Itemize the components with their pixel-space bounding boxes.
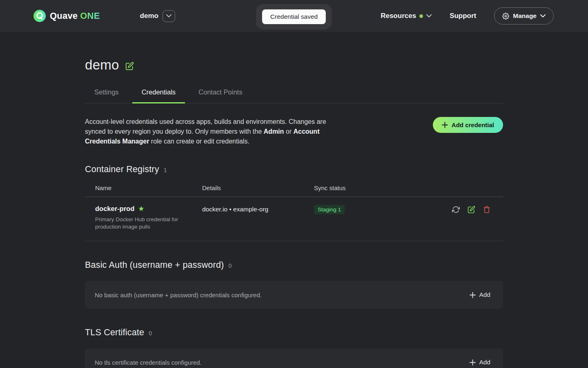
section-title: Basic Auth (username + password) [85,260,224,270]
chevron-down-icon [426,14,432,18]
credential-description: Primary Docker Hub credential for produc… [95,216,191,231]
delete-credential-button[interactable] [483,206,490,231]
primary-star-icon: ★ [138,205,144,212]
manage-label: Manage [513,12,537,20]
tls-certificate-empty-card: No tls certificate credentials configure… [85,348,503,368]
gear-icon [502,13,509,20]
brand-logo[interactable]: Quave ONE [33,10,100,22]
add-label: Add [479,359,490,366]
column-header-name: Name [95,184,202,191]
plus-icon [470,292,476,298]
plus-icon [442,122,448,128]
manage-button[interactable]: Manage [494,7,554,25]
section-container-registry: Container Registry 1 Name Details Sync s… [85,164,503,241]
column-header-details: Details [202,184,314,191]
brand-name: Quave [50,11,78,21]
add-basic-auth-button[interactable]: Add [470,291,490,298]
nav-resources[interactable]: Resources [381,12,432,20]
edit-icon [468,206,475,213]
sync-status-badge: Staging 1 [314,205,345,214]
chevron-down-icon [540,14,546,18]
quave-logo-icon [33,10,46,22]
sync-button[interactable] [452,206,460,231]
section-title: Container Registry [85,164,159,175]
basic-auth-empty-card: No basic auth (username + password) cred… [85,281,503,309]
page-title: demo [85,57,119,73]
refresh-icon [452,206,460,213]
chevron-down-icon [166,14,172,18]
toast-container: Credential saved [256,4,332,29]
section-basic-auth: Basic Auth (username + password) 0 No ba… [85,260,503,309]
empty-state-text: No basic auth (username + password) cred… [95,292,262,298]
credential-details: docker.io • example-org [202,205,314,231]
edit-title-icon[interactable] [125,62,134,70]
empty-state-text: No tls certificate credentials configure… [95,359,202,366]
tab-bar: Settings Credentials Contact Points [85,84,503,103]
top-navbar: Quave ONE demo Credential saved Resource… [0,0,588,32]
tab-credentials[interactable]: Credentials [132,84,185,103]
table-row: docker-prod ★ Primary Docker Hub credent… [85,197,503,241]
add-credential-label: Add credential [452,121,494,128]
tab-contact-points[interactable]: Contact Points [189,84,252,103]
section-title: TLS Certificate [85,328,144,338]
credential-name-cell: docker-prod ★ Primary Docker Hub credent… [95,205,202,231]
table-header-row: Name Details Sync status [85,184,503,197]
credentials-intro-text: Account-level credentials used across ap… [85,117,348,146]
nav-support[interactable]: Support [450,12,476,20]
column-header-sync-status: Sync status [314,184,450,191]
section-count: 0 [149,330,152,337]
credential-name: docker-prod [95,205,134,213]
credentials-table: Name Details Sync status docker-prod ★ P… [85,184,503,241]
account-dropdown-button[interactable] [163,10,175,22]
toast-message: Credential saved [262,9,326,24]
add-label: Add [479,291,490,298]
section-count: 0 [228,263,232,269]
account-name: demo [140,12,158,20]
add-credential-button[interactable]: Add credential [433,117,503,133]
trash-icon [483,206,490,213]
row-actions [450,205,503,231]
nav-resources-label: Resources [381,12,416,20]
section-tls-certificate: TLS Certificate 0 No tls certificate cre… [85,328,503,368]
edit-credential-button[interactable] [468,206,475,231]
nav-support-label: Support [450,12,476,20]
brand-suffix: ONE [80,11,100,21]
account-switcher: demo [140,10,175,22]
add-tls-certificate-button[interactable]: Add [470,359,490,366]
plus-icon [470,359,476,366]
tab-settings[interactable]: Settings [85,84,128,103]
status-dot [419,14,423,18]
main-content: demo Settings Credentials Contact Points… [85,57,503,368]
section-count: 1 [164,167,167,173]
